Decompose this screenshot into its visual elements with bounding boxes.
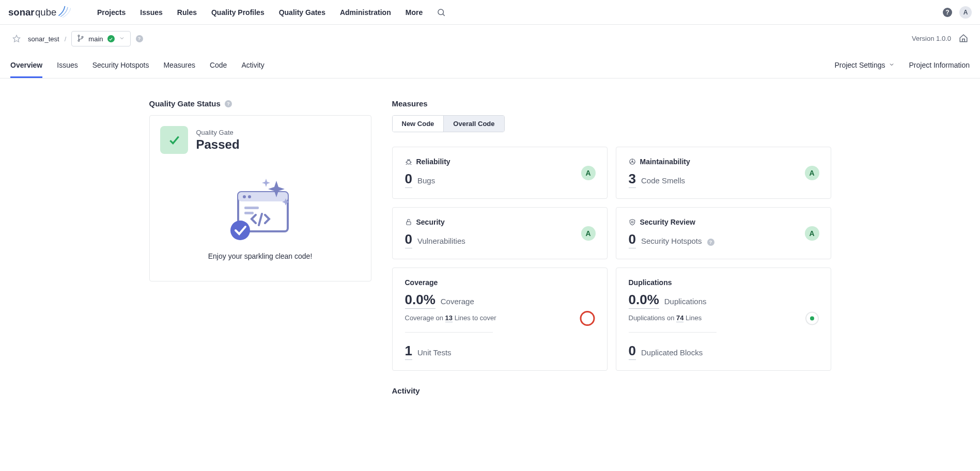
nav-quality-gates[interactable]: Quality Gates bbox=[272, 0, 333, 25]
svg-point-22 bbox=[631, 221, 633, 223]
coverage-sub-suffix: Lines to cover bbox=[453, 314, 496, 322]
svg-line-3 bbox=[443, 14, 445, 15]
code-smells-label: Code Smells bbox=[641, 176, 685, 185]
coverage-lines-to-cover[interactable]: 13 bbox=[445, 314, 453, 322]
new-code-toggle[interactable]: New Code bbox=[393, 116, 444, 132]
svg-point-11 bbox=[248, 195, 251, 198]
search-icon[interactable] bbox=[435, 6, 447, 19]
tab-issues[interactable]: Issues bbox=[57, 54, 77, 78]
coverage-label: Coverage bbox=[441, 297, 474, 306]
coverage-sub-prefix: Coverage on bbox=[405, 314, 445, 322]
duplications-sub-prefix: Duplications on bbox=[629, 314, 677, 322]
security-review-card: Security Review 0 Security Hotspots ? A bbox=[616, 207, 831, 259]
tab-measures[interactable]: Measures bbox=[163, 54, 195, 78]
home-icon[interactable] bbox=[957, 32, 970, 44]
branch-icon bbox=[77, 35, 84, 43]
project-settings-dropdown[interactable]: Project Settings bbox=[834, 54, 894, 78]
hotspots-count[interactable]: 0 bbox=[629, 231, 636, 248]
quality-gate-message: Enjoy your sparkling clean code! bbox=[208, 252, 313, 260]
version-label: Version 1.0.0 bbox=[912, 35, 951, 42]
nav-projects[interactable]: Projects bbox=[90, 0, 133, 25]
coverage-percent[interactable]: 0.0% bbox=[405, 292, 435, 309]
nav-rules[interactable]: Rules bbox=[170, 0, 204, 25]
code-smells-count[interactable]: 3 bbox=[629, 171, 636, 188]
branch-name: main bbox=[88, 35, 103, 43]
project-name[interactable]: sonar_test bbox=[28, 35, 59, 43]
coverage-card: Coverage 0.0% Coverage Coverage on 13 Li… bbox=[392, 268, 608, 371]
duplications-card: Duplications 0.0% Duplications Duplicati… bbox=[616, 268, 831, 371]
coverage-ring-icon bbox=[579, 310, 596, 328]
security-review-title: Security Review bbox=[640, 218, 695, 226]
measures-section-title: Measures bbox=[392, 99, 428, 108]
bugs-count[interactable]: 0 bbox=[405, 171, 412, 188]
star-icon[interactable] bbox=[10, 33, 23, 45]
avatar[interactable]: A bbox=[959, 6, 972, 19]
nav-administration[interactable]: Administration bbox=[333, 0, 398, 25]
svg-point-20 bbox=[631, 161, 632, 162]
duplications-percent[interactable]: 0.0% bbox=[629, 292, 659, 309]
vulnerabilities-count[interactable]: 0 bbox=[405, 231, 412, 248]
svg-point-18 bbox=[407, 161, 410, 164]
code-smell-icon bbox=[629, 158, 636, 165]
unit-tests-label: Unit Tests bbox=[417, 348, 452, 357]
hotspots-label: Security Hotspots bbox=[641, 237, 702, 245]
maintainability-card: Maintainability 3 Code Smells A bbox=[616, 147, 831, 199]
branch-selector[interactable]: main bbox=[71, 31, 130, 46]
svg-point-6 bbox=[78, 40, 80, 41]
svg-point-5 bbox=[78, 35, 80, 36]
tab-code[interactable]: Code bbox=[210, 54, 227, 78]
bugs-label: Bugs bbox=[417, 176, 435, 185]
duplicated-blocks-count[interactable]: 0 bbox=[629, 343, 636, 360]
svg-text:qube: qube bbox=[35, 6, 56, 17]
svg-text:sonar: sonar bbox=[8, 6, 35, 17]
svg-point-17 bbox=[230, 221, 250, 240]
quality-gate-help-icon[interactable]: ? bbox=[225, 100, 232, 107]
shield-icon bbox=[629, 218, 636, 226]
reliability-rating[interactable]: A bbox=[581, 166, 596, 180]
quality-gate-label: Quality Gate bbox=[196, 129, 240, 136]
tab-security-hotspots[interactable]: Security Hotspots bbox=[92, 54, 149, 78]
help-icon[interactable]: ? bbox=[943, 8, 952, 17]
svg-point-7 bbox=[82, 36, 83, 38]
reliability-title: Reliability bbox=[416, 158, 450, 166]
reliability-card: Reliability 0 Bugs A bbox=[392, 147, 608, 199]
bug-icon bbox=[405, 158, 412, 165]
nav-quality-profiles[interactable]: Quality Profiles bbox=[204, 0, 272, 25]
chevron-down-icon bbox=[119, 35, 125, 43]
svg-marker-4 bbox=[13, 35, 20, 42]
logo[interactable]: sonarqube bbox=[8, 5, 75, 20]
activity-section-title: Activity bbox=[392, 386, 831, 395]
maintainability-title: Maintainability bbox=[640, 158, 690, 166]
svg-marker-15 bbox=[262, 179, 270, 187]
coverage-title: Coverage bbox=[405, 278, 438, 287]
security-title: Security bbox=[416, 218, 445, 226]
breadcrumb-separator: / bbox=[65, 35, 67, 43]
duplications-title: Duplications bbox=[629, 278, 672, 287]
security-review-rating[interactable]: A bbox=[805, 226, 819, 241]
maintainability-rating[interactable]: A bbox=[805, 166, 819, 180]
duplications-lines[interactable]: 74 bbox=[676, 314, 683, 322]
chevron-down-icon bbox=[889, 61, 895, 69]
hotspots-help-icon[interactable]: ? bbox=[707, 239, 714, 246]
nav-issues[interactable]: Issues bbox=[133, 0, 170, 25]
svg-point-10 bbox=[243, 195, 246, 198]
nav-more[interactable]: More bbox=[398, 0, 430, 25]
vulnerabilities-label: Vulnerabilities bbox=[417, 237, 465, 245]
quality-gate-card: Quality Gate Passed bbox=[149, 115, 371, 281]
measures-toggle: New Code Overall Code bbox=[392, 115, 505, 132]
branch-status-check-icon bbox=[107, 35, 115, 42]
overall-code-toggle[interactable]: Overall Code bbox=[443, 116, 504, 132]
svg-point-23 bbox=[581, 312, 594, 325]
duplications-sub-suffix: Lines bbox=[683, 314, 702, 322]
security-rating[interactable]: A bbox=[581, 226, 596, 241]
security-card: Security 0 Vulnerabilities A bbox=[392, 207, 608, 259]
svg-rect-21 bbox=[406, 222, 410, 225]
unit-tests-count[interactable]: 1 bbox=[405, 343, 412, 360]
tab-overview[interactable]: Overview bbox=[10, 54, 42, 78]
svg-point-25 bbox=[810, 317, 814, 321]
project-information-link[interactable]: Project Information bbox=[909, 54, 970, 78]
quality-gate-section-title: Quality Gate Status bbox=[149, 99, 221, 108]
lock-open-icon bbox=[405, 218, 412, 226]
tab-activity[interactable]: Activity bbox=[241, 54, 264, 78]
branch-help-icon[interactable]: ? bbox=[136, 35, 143, 42]
